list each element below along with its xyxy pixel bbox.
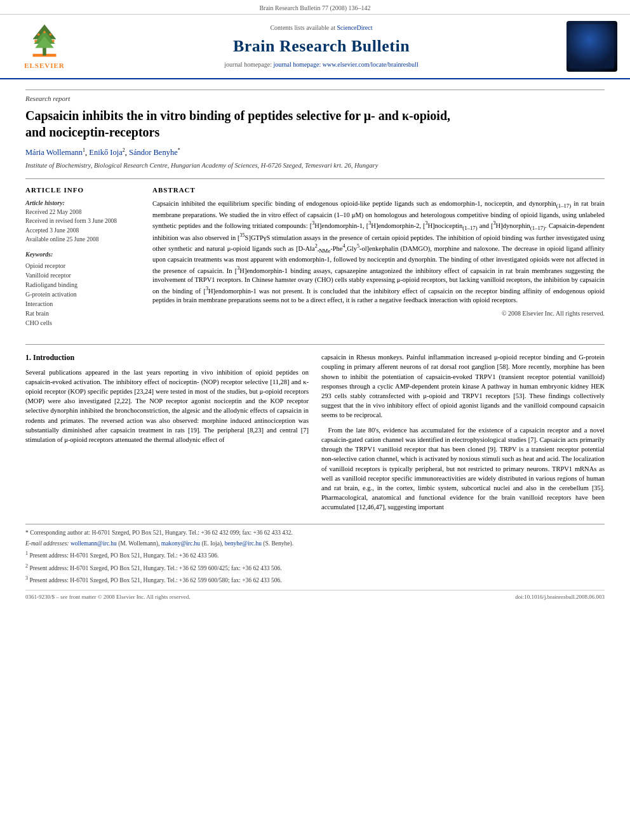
keywords-list: Opioid receptor Vanilloid receptor Radio… [25,261,140,328]
body-two-col: 1. Introduction Several publications app… [25,352,605,517]
keyword-7[interactable]: CHO cells [25,318,140,328]
body-section: 1. Introduction Several publications app… [25,344,605,601]
top-bar: Brain Research Bulletin 77 (2008) 136–14… [0,0,630,15]
abstract-title: ABSTRACT [152,185,605,195]
abstract-panel: ABSTRACT Capsaicin inhibited the equilib… [152,185,605,334]
svg-point-5 [37,34,40,36]
footnote-3: 3 Present address: H-6701 Szeged, PO Box… [25,575,605,585]
sciencedirect-link[interactable]: ScienceDirect [337,24,372,31]
available-date: Available online 25 June 2008 [25,235,140,244]
abstract-text: Capsaicin inhibited the equilibrium spec… [152,199,605,305]
keyword-1[interactable]: Opioid receptor [25,261,140,270]
journal-center: Contents lists available at ScienceDirec… [76,23,566,69]
article-info-panel: ARTICLE INFO Article history: Received 2… [25,185,140,334]
revised-date: Received in revised form 3 June 2008 [25,217,140,225]
intro-para-1: Several publications appeared in the las… [25,368,309,445]
doi-text: doi:10.1016/j.brainresbull.2008.06.003 [515,593,605,601]
body-col-left: 1. Introduction Several publications app… [25,352,309,517]
elsevier-logo-area: ELSEVIER [13,22,76,70]
author-1[interactable]: Mária Wollemann [25,149,83,157]
footnote-section: * Corresponding author at: H-6701 Szeged… [25,524,605,585]
section-1-heading: 1. Introduction [25,352,309,363]
received-date: Received 22 May 2008 [25,208,140,217]
article-info-title: ARTICLE INFO [25,185,140,195]
elsevier-tree-icon [25,22,64,60]
copyright-line: © 2008 Elsevier Inc. All rights reserved… [152,309,605,318]
keyword-3[interactable]: Radioligand binding [25,280,140,290]
footnote-email: E-mail addresses: wollemann@irc.hu (M. W… [25,539,605,548]
footnote-2: 2 Present address: H-6701 Szeged, PO Box… [25,563,605,573]
affiliation: Institute of Biochemistry, Biological Re… [25,161,605,171]
history-dates: Received 22 May 2008 Received in revised… [25,208,140,244]
keywords-label: Keywords: [25,250,140,259]
sciencedirect-line: Contents lists available at ScienceDirec… [76,23,566,32]
keyword-5[interactable]: Interaction [25,299,140,309]
contents-available-text: Contents lists available at [270,24,335,31]
keyword-4[interactable]: G-protein activation [25,290,140,299]
journal-header: ELSEVIER Contents lists available at Sci… [0,15,630,79]
author-2[interactable]: Enikő Ioja [89,149,122,157]
footnote-1: 1 Present address: H-6701 Szeged, PO Box… [25,550,605,560]
svg-point-9 [43,31,46,34]
homepage-label: journal homepage: [224,61,273,68]
journal-cover-thumbnail [566,21,617,72]
article-type: Research report [25,90,605,103]
journal-volume-info: Brain Research Bulletin 77 (2008) 136–14… [259,4,370,11]
email-link-1[interactable]: wollemann@irc.hu [70,540,117,547]
article-info-abstract-section: ARTICLE INFO Article history: Received 2… [25,178,605,334]
keyword-6[interactable]: Rat brain [25,309,140,318]
intro-para-2: capsaicin in Rhesus monkeys. Painful inf… [321,352,605,420]
svg-point-8 [52,40,55,43]
author-3[interactable]: Sándor Benyhe [129,149,178,157]
issn-copyright: 0361-9230/$ – see front matter © 2008 El… [25,593,191,601]
homepage-link[interactable]: journal homepage: www.elsevier.com/locat… [274,61,419,68]
intro-para-3: From the late 80's, evidence has accumul… [321,425,605,512]
footnote-star: * Corresponding author at: H-6701 Szeged… [25,528,605,537]
journal-homepage: journal homepage: journal homepage: www.… [76,60,566,69]
journal-cover-inner [570,24,614,69]
main-content: Research report Capsaicin inhibits the i… [0,79,630,614]
svg-point-6 [49,34,51,36]
accepted-date: Accepted 3 June 2008 [25,226,140,235]
bottom-bar: 0361-9230/$ – see front matter © 2008 El… [25,590,605,601]
authors-line: Mária Wollemann1, Enikő Ioja2, Sándor Be… [25,147,605,159]
email-link-3[interactable]: benyhe@irc.hu [225,540,262,547]
article-history-block: Article history: Received 22 May 2008 Re… [25,199,140,244]
page-container: Brain Research Bulletin 77 (2008) 136–14… [0,0,630,614]
svg-point-7 [34,40,37,43]
elsevier-brand-text: ELSEVIER [24,61,65,70]
email-link-2[interactable]: makony@irc.hu [161,540,200,547]
body-col-right: capsaicin in Rhesus monkeys. Painful inf… [321,352,605,517]
history-label: Article history: [25,199,140,208]
keyword-2[interactable]: Vanilloid receptor [25,270,140,280]
keywords-block: Keywords: Opioid receptor Vanilloid rece… [25,250,140,328]
journal-title: Brain Research Bulletin [76,35,566,58]
article-title: Capsaicin inhibits the in vitro binding … [25,107,605,140]
